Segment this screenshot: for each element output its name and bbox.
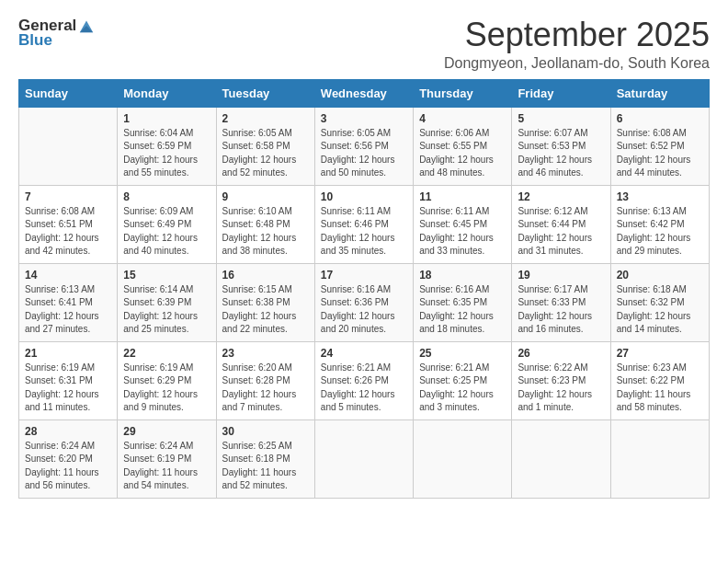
day-info: Sunrise: 6:17 AMSunset: 6:33 PMDaylight:… (518, 283, 604, 337)
calendar-cell: 3Sunrise: 6:05 AMSunset: 6:56 PMDaylight… (314, 107, 413, 185)
col-saturday: Saturday (610, 79, 709, 107)
day-info: Sunrise: 6:11 AMSunset: 6:45 PMDaylight:… (419, 205, 506, 259)
col-thursday: Thursday (414, 79, 512, 107)
calendar-cell: 2Sunrise: 6:05 AMSunset: 6:58 PMDaylight… (216, 107, 314, 185)
day-number: 12 (518, 190, 604, 203)
day-number: 17 (321, 269, 407, 282)
calendar-table: Sunday Monday Tuesday Wednesday Thursday… (18, 79, 710, 499)
day-info: Sunrise: 6:23 AMSunset: 6:22 PMDaylight:… (617, 362, 703, 415)
day-info: Sunrise: 6:14 AMSunset: 6:39 PMDaylight:… (123, 283, 210, 337)
calendar-cell: 4Sunrise: 6:06 AMSunset: 6:55 PMDaylight… (414, 107, 512, 185)
calendar-cell (314, 419, 413, 498)
month-title: September 2025 (444, 17, 710, 53)
day-number: 4 (419, 112, 506, 125)
day-info: Sunrise: 6:19 AMSunset: 6:29 PMDaylight:… (123, 362, 210, 415)
calendar-week-4: 21Sunrise: 6:19 AMSunset: 6:31 PMDayligh… (19, 341, 710, 419)
day-number: 18 (419, 269, 506, 282)
calendar-cell: 27Sunrise: 6:23 AMSunset: 6:22 PMDayligh… (610, 341, 709, 419)
header-row: Sunday Monday Tuesday Wednesday Thursday… (19, 79, 710, 107)
calendar-cell (512, 419, 610, 498)
day-info: Sunrise: 6:08 AMSunset: 6:51 PMDaylight:… (25, 205, 111, 259)
day-info: Sunrise: 6:10 AMSunset: 6:48 PMDaylight:… (222, 205, 309, 259)
day-number: 13 (617, 190, 703, 203)
day-number: 24 (321, 347, 407, 360)
day-number: 7 (25, 190, 111, 203)
day-info: Sunrise: 6:24 AMSunset: 6:19 PMDaylight:… (123, 440, 210, 493)
day-info: Sunrise: 6:08 AMSunset: 6:52 PMDaylight:… (617, 127, 703, 180)
calendar-cell: 25Sunrise: 6:21 AMSunset: 6:25 PMDayligh… (414, 341, 512, 419)
calendar-cell: 16Sunrise: 6:15 AMSunset: 6:38 PMDayligh… (216, 263, 314, 341)
day-info: Sunrise: 6:22 AMSunset: 6:23 PMDaylight:… (518, 362, 604, 415)
calendar-cell: 22Sunrise: 6:19 AMSunset: 6:29 PMDayligh… (118, 341, 216, 419)
day-number: 8 (123, 190, 210, 203)
calendar-cell: 7Sunrise: 6:08 AMSunset: 6:51 PMDaylight… (19, 185, 118, 263)
col-tuesday: Tuesday (216, 79, 314, 107)
calendar-cell: 1Sunrise: 6:04 AMSunset: 6:59 PMDaylight… (118, 107, 216, 185)
day-number: 5 (518, 112, 604, 125)
calendar-cell: 13Sunrise: 6:13 AMSunset: 6:42 PMDayligh… (610, 185, 709, 263)
col-wednesday: Wednesday (314, 79, 413, 107)
day-number: 14 (25, 269, 111, 282)
day-number: 25 (419, 347, 506, 360)
calendar-week-1: 1Sunrise: 6:04 AMSunset: 6:59 PMDaylight… (19, 107, 710, 185)
day-info: Sunrise: 6:25 AMSunset: 6:18 PMDaylight:… (222, 440, 309, 493)
calendar-cell: 8Sunrise: 6:09 AMSunset: 6:49 PMDaylight… (118, 185, 216, 263)
day-info: Sunrise: 6:13 AMSunset: 6:42 PMDaylight:… (617, 205, 703, 259)
calendar-week-2: 7Sunrise: 6:08 AMSunset: 6:51 PMDaylight… (19, 185, 710, 263)
calendar-cell: 12Sunrise: 6:12 AMSunset: 6:44 PMDayligh… (512, 185, 610, 263)
day-number: 30 (222, 425, 309, 438)
day-info: Sunrise: 6:15 AMSunset: 6:38 PMDaylight:… (222, 283, 309, 337)
day-info: Sunrise: 6:05 AMSunset: 6:56 PMDaylight:… (321, 127, 407, 180)
day-info: Sunrise: 6:07 AMSunset: 6:53 PMDaylight:… (518, 127, 604, 180)
calendar-cell: 10Sunrise: 6:11 AMSunset: 6:46 PMDayligh… (314, 185, 413, 263)
day-info: Sunrise: 6:16 AMSunset: 6:35 PMDaylight:… (419, 283, 506, 337)
day-number: 1 (123, 112, 210, 125)
day-info: Sunrise: 6:21 AMSunset: 6:25 PMDaylight:… (419, 362, 506, 415)
day-number: 21 (25, 347, 111, 360)
location-subtitle: Dongmyeon, Jeollanam-do, South Korea (444, 55, 710, 72)
calendar-cell: 18Sunrise: 6:16 AMSunset: 6:35 PMDayligh… (414, 263, 512, 341)
day-info: Sunrise: 6:12 AMSunset: 6:44 PMDaylight:… (518, 205, 604, 259)
logo-blue: Blue (18, 31, 52, 50)
day-info: Sunrise: 6:09 AMSunset: 6:49 PMDaylight:… (123, 205, 210, 259)
calendar-cell: 17Sunrise: 6:16 AMSunset: 6:36 PMDayligh… (314, 263, 413, 341)
col-sunday: Sunday (19, 79, 118, 107)
calendar-cell: 20Sunrise: 6:18 AMSunset: 6:32 PMDayligh… (610, 263, 709, 341)
calendar-cell: 29Sunrise: 6:24 AMSunset: 6:19 PMDayligh… (118, 419, 216, 498)
calendar-cell: 14Sunrise: 6:13 AMSunset: 6:41 PMDayligh… (19, 263, 118, 341)
calendar-cell (610, 419, 709, 498)
day-number: 3 (321, 112, 407, 125)
calendar-cell: 19Sunrise: 6:17 AMSunset: 6:33 PMDayligh… (512, 263, 610, 341)
day-number: 20 (617, 269, 703, 282)
day-number: 19 (518, 269, 604, 282)
day-number: 26 (518, 347, 604, 360)
day-info: Sunrise: 6:16 AMSunset: 6:36 PMDaylight:… (321, 283, 407, 337)
logo-icon (78, 17, 95, 34)
day-number: 22 (123, 347, 210, 360)
day-number: 27 (617, 347, 703, 360)
day-number: 2 (222, 112, 309, 125)
day-info: Sunrise: 6:05 AMSunset: 6:58 PMDaylight:… (222, 127, 309, 180)
calendar-cell: 5Sunrise: 6:07 AMSunset: 6:53 PMDaylight… (512, 107, 610, 185)
calendar-cell: 11Sunrise: 6:11 AMSunset: 6:45 PMDayligh… (414, 185, 512, 263)
day-number: 15 (123, 269, 210, 282)
calendar-cell (414, 419, 512, 498)
calendar-cell (19, 107, 118, 185)
day-number: 6 (617, 112, 703, 125)
day-info: Sunrise: 6:20 AMSunset: 6:28 PMDaylight:… (222, 362, 309, 415)
day-number: 28 (25, 425, 111, 438)
calendar-cell: 26Sunrise: 6:22 AMSunset: 6:23 PMDayligh… (512, 341, 610, 419)
calendar-week-3: 14Sunrise: 6:13 AMSunset: 6:41 PMDayligh… (19, 263, 710, 341)
calendar-cell: 24Sunrise: 6:21 AMSunset: 6:26 PMDayligh… (314, 341, 413, 419)
calendar-cell: 30Sunrise: 6:25 AMSunset: 6:18 PMDayligh… (216, 419, 314, 498)
day-info: Sunrise: 6:19 AMSunset: 6:31 PMDaylight:… (25, 362, 111, 415)
page-header: General Blue September 2025 Dongmyeon, J… (18, 17, 710, 72)
title-block: September 2025 Dongmyeon, Jeollanam-do, … (444, 17, 710, 72)
calendar-week-5: 28Sunrise: 6:24 AMSunset: 6:20 PMDayligh… (19, 419, 710, 498)
logo: General Blue (18, 17, 95, 50)
calendar-cell: 6Sunrise: 6:08 AMSunset: 6:52 PMDaylight… (610, 107, 709, 185)
col-monday: Monday (118, 79, 216, 107)
day-number: 10 (321, 190, 407, 203)
calendar-cell: 9Sunrise: 6:10 AMSunset: 6:48 PMDaylight… (216, 185, 314, 263)
calendar-cell: 28Sunrise: 6:24 AMSunset: 6:20 PMDayligh… (19, 419, 118, 498)
